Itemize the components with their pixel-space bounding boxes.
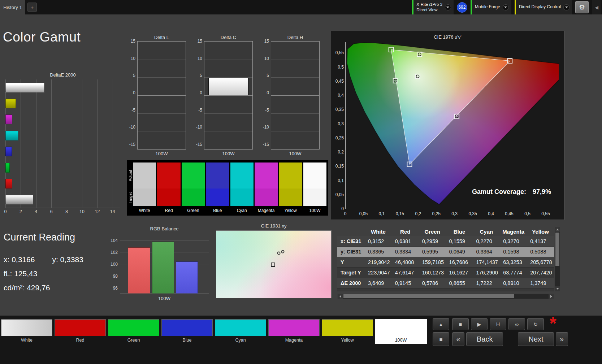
compare-column-label: Yellow	[279, 208, 302, 213]
next-button[interactable]: Next	[518, 332, 554, 346]
cie-x-tick-label: 0	[344, 211, 347, 216]
h-scroll-thumb[interactable]	[343, 294, 514, 298]
deltae-bar	[5, 195, 33, 204]
scroll-right-button[interactable]	[549, 294, 554, 299]
table-h-scrollbar[interactable]	[337, 294, 554, 299]
meter-dropdown[interactable]: X-Rite i1Pro 3 Direct View	[412, 0, 454, 14]
back-button[interactable]: Back	[466, 332, 503, 346]
table-cell: 0,5995	[419, 249, 446, 255]
last-page-button[interactable]: »	[556, 332, 568, 346]
row-label: y: CIE31	[337, 249, 365, 255]
rgb-plot	[120, 234, 209, 294]
delta-plot	[204, 41, 253, 150]
table-cell: 0,3364	[473, 249, 500, 255]
scroll-left-button[interactable]	[338, 294, 343, 299]
delta-y-tick-label: -5	[192, 108, 202, 113]
table-cell: 0,8655	[446, 280, 473, 286]
patch-button-cyan[interactable]: Cyan	[215, 319, 267, 344]
page-title: Color Gamut	[3, 30, 81, 45]
v-scroll-thumb[interactable]	[555, 233, 559, 266]
deltae-x-tick-label: 12	[95, 209, 100, 214]
table-cell: 174,1437	[473, 259, 500, 265]
display-control-dropdown[interactable]: Direct Display Control	[515, 0, 572, 14]
delta-plot	[271, 41, 320, 150]
delta-y-tick-label: 0	[126, 90, 135, 95]
actual-swatch	[230, 162, 254, 188]
actual-swatch	[206, 162, 229, 188]
collapse-panel-button[interactable]: ◀	[592, 0, 601, 14]
deltae-x-axis: 02468101214	[5, 209, 120, 216]
top-bar-right: X-Rite i1Pro 3 Direct View 692 Mobile Fo…	[412, 0, 602, 14]
delta-y-tick-label: 5	[192, 73, 202, 78]
patch-button-magenta[interactable]: Magenta	[268, 319, 320, 344]
delta-gridline	[271, 131, 319, 131]
compare-column-label: 100W	[303, 208, 326, 213]
stop-measurement-button[interactable]: ■	[433, 332, 449, 346]
table-cell: 0,1559	[446, 238, 473, 244]
table-cell: 0,2959	[419, 238, 446, 244]
delta-gridline	[271, 60, 319, 60]
target-swatch	[303, 188, 326, 206]
cie-x-tick-label: 0,1	[379, 211, 385, 216]
deltae-x-tick-label: 2	[20, 209, 22, 214]
source-dropdown[interactable]: Mobile Forge	[471, 0, 511, 14]
table-v-scrollbar[interactable]	[555, 227, 560, 291]
play-button[interactable]: ▶	[471, 318, 488, 330]
table-cell: 207,7420	[527, 270, 554, 276]
scroll-down-button[interactable]	[555, 286, 560, 291]
delta-y-tick-label: 10	[259, 56, 269, 61]
table-cell: 159,7185	[419, 259, 446, 265]
patch-button-yellow[interactable]: Yellow	[321, 319, 373, 344]
pattern-h-button[interactable]: H	[490, 318, 506, 330]
delta-y-tick-label: -10	[192, 125, 202, 130]
compare-column-red: Red	[157, 162, 180, 214]
stop-button[interactable]: ■	[452, 318, 469, 330]
continuous-button[interactable]: ∞	[508, 318, 525, 330]
table-cell: 176,2900	[473, 270, 500, 276]
table-cell: 63,7774	[500, 270, 527, 276]
add-tab-button[interactable]: +	[27, 3, 37, 12]
table-cell: 0,3270	[500, 238, 527, 244]
tab-history-1[interactable]: History 1	[0, 0, 25, 14]
cie-1976-diagram	[346, 42, 559, 209]
cie-x-tick-label: 0,35	[468, 211, 477, 216]
cie-y-tick-label: 0,45	[331, 79, 344, 84]
delta-y-tick-label: -15	[126, 142, 135, 147]
patch-swatch	[1, 319, 52, 336]
table-header-magenta: Magenta	[500, 229, 527, 235]
cie-x-tick-label: 0,15	[396, 211, 404, 216]
table-cell: 2,8788	[473, 291, 500, 291]
table-cell: 0,3334	[392, 249, 419, 255]
cie1931-marker-circle-0	[277, 252, 281, 255]
table-cell: 16,7686	[446, 259, 473, 265]
measurement-count-badge: 692	[457, 2, 467, 13]
reading-fl: fL: 125,43	[4, 269, 83, 278]
actual-swatch	[182, 162, 205, 188]
patch-button-white[interactable]: White	[1, 319, 53, 344]
deltae-chart-title: DeltaE 2000	[5, 72, 120, 78]
up-arrow-icon	[556, 229, 559, 230]
delta-y-tick-label: -10	[259, 125, 269, 130]
page-navigation: « Back Next »	[452, 332, 568, 346]
pattern-up-button[interactable]: ▲	[433, 318, 449, 330]
patch-button-blue[interactable]: Blue	[161, 319, 213, 344]
rgb-x-axis-label: 100W	[109, 296, 209, 301]
table-cell: 3,3734	[365, 291, 392, 291]
settings-gear-button[interactable]: ⚙	[575, 1, 589, 13]
cie-1931-title: CIE 1931 xy	[216, 223, 332, 229]
deltae-bar	[5, 114, 12, 124]
compare-column-magenta: Magenta	[255, 162, 278, 214]
patch-button-100w[interactable]: 100W	[375, 319, 427, 344]
compare-column-blue: Blue	[206, 162, 229, 214]
table-cell: 63,3253	[500, 259, 527, 265]
first-page-button[interactable]: «	[452, 332, 464, 346]
cie-y-tick-label: 0,4	[331, 93, 344, 98]
table-cell: 0,9145	[392, 280, 419, 286]
deltae-bar	[5, 83, 44, 92]
scroll-up-button[interactable]	[555, 227, 560, 232]
patch-button-red[interactable]: Red	[54, 319, 106, 344]
patch-button-green[interactable]: Green	[108, 319, 160, 344]
rgb-bar-red	[128, 247, 150, 294]
table-cell: 0,6381	[392, 238, 419, 244]
repeat-button[interactable]: ↻	[527, 318, 544, 330]
